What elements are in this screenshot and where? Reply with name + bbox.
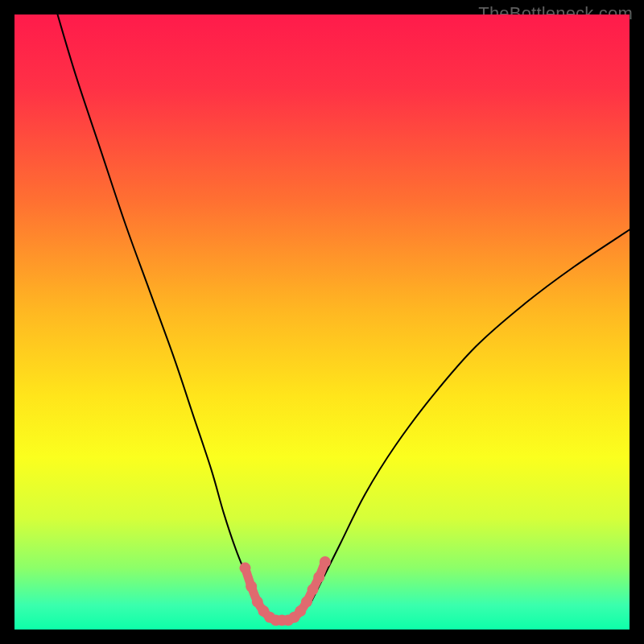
- chart-svg: [14, 14, 630, 630]
- gradient-background: [14, 14, 630, 630]
- trough-marker: [301, 597, 312, 608]
- plot-area: [14, 14, 630, 630]
- trough-marker: [240, 563, 251, 574]
- chart-frame: TheBottleneck.com: [0, 0, 644, 644]
- trough-marker: [252, 597, 263, 608]
- trough-marker: [246, 581, 257, 592]
- trough-marker: [295, 605, 306, 617]
- trough-marker: [320, 556, 331, 568]
- trough-marker: [308, 584, 319, 595]
- trough-marker: [313, 572, 324, 583]
